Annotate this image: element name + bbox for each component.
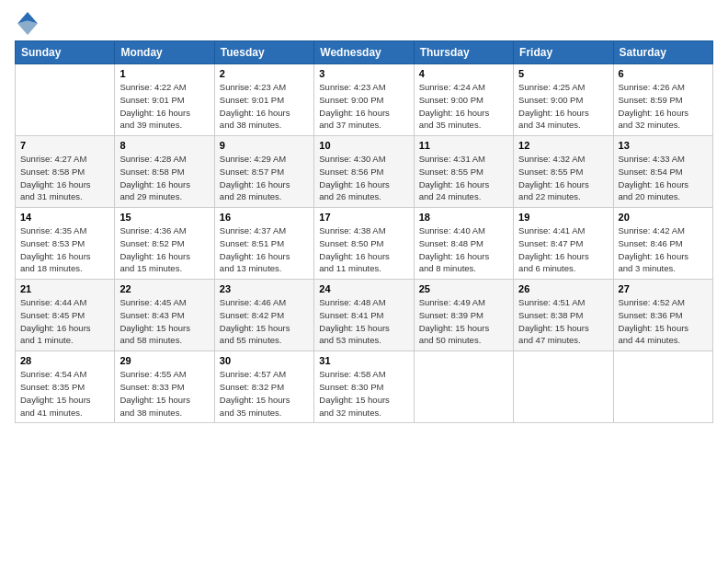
day-cell-w4-d6: 26Sunrise: 4:51 AMSunset: 8:38 PMDayligh… — [514, 280, 613, 351]
day-info: Sunrise: 4:28 AMSunset: 8:58 PMDaylight:… — [119, 153, 209, 203]
day-info: Sunrise: 4:42 AMSunset: 8:46 PMDaylight:… — [619, 224, 708, 275]
day-cell-w2-d3: 9Sunrise: 4:29 AMSunset: 8:57 PMDaylight… — [214, 136, 313, 208]
day-cell-w3-d1: 14Sunrise: 4:35 AMSunset: 8:53 PMDayligh… — [16, 208, 115, 280]
day-cell-w1-d5: 4Sunrise: 4:24 AMSunset: 9:00 PMDaylight… — [414, 64, 513, 136]
day-number: 15 — [119, 212, 209, 223]
day-number: 10 — [319, 140, 408, 151]
day-number: 5 — [518, 68, 608, 79]
col-wednesday: Wednesday — [314, 41, 414, 64]
day-cell-w4-d7: 27Sunrise: 4:52 AMSunset: 8:36 PMDayligh… — [613, 280, 712, 351]
day-info: Sunrise: 4:32 AMSunset: 8:55 PMDaylight:… — [518, 153, 608, 203]
day-cell-w4-d2: 22Sunrise: 4:45 AMSunset: 8:43 PMDayligh… — [115, 280, 214, 351]
day-info: Sunrise: 4:54 AMSunset: 8:35 PMDaylight:… — [20, 368, 109, 419]
day-info: Sunrise: 4:23 AMSunset: 9:01 PMDaylight:… — [220, 81, 309, 132]
day-cell-w4-d5: 25Sunrise: 4:49 AMSunset: 8:39 PMDayligh… — [414, 280, 513, 351]
day-info: Sunrise: 4:37 AMSunset: 8:51 PMDaylight:… — [220, 224, 309, 275]
day-number: 24 — [319, 283, 408, 294]
col-monday: Monday — [115, 41, 214, 64]
day-cell-w3-d7: 20Sunrise: 4:42 AMSunset: 8:46 PMDayligh… — [613, 208, 712, 280]
day-number: 12 — [518, 140, 608, 151]
day-number: 8 — [119, 140, 209, 151]
week-row-1: 1Sunrise: 4:22 AMSunset: 9:01 PMDaylight… — [16, 64, 713, 136]
week-row-3: 14Sunrise: 4:35 AMSunset: 8:53 PMDayligh… — [16, 208, 713, 280]
day-cell-w2-d7: 13Sunrise: 4:33 AMSunset: 8:54 PMDayligh… — [613, 136, 712, 208]
day-cell-w3-d2: 15Sunrise: 4:36 AMSunset: 8:52 PMDayligh… — [115, 208, 214, 280]
day-cell-w4-d4: 24Sunrise: 4:48 AMSunset: 8:41 PMDayligh… — [314, 280, 414, 351]
day-info: Sunrise: 4:51 AMSunset: 8:38 PMDaylight:… — [518, 296, 608, 347]
day-cell-w1-d4: 3Sunrise: 4:23 AMSunset: 9:00 PMDaylight… — [314, 64, 414, 136]
day-info: Sunrise: 4:40 AMSunset: 8:48 PMDaylight:… — [419, 224, 508, 275]
day-info: Sunrise: 4:38 AMSunset: 8:50 PMDaylight:… — [319, 224, 408, 275]
day-cell-w5-d5 — [414, 351, 513, 423]
svg-marker-1 — [17, 20, 38, 35]
day-cell-w5-d3: 30Sunrise: 4:57 AMSunset: 8:32 PMDayligh… — [214, 351, 313, 423]
day-info: Sunrise: 4:31 AMSunset: 8:55 PMDaylight:… — [419, 153, 508, 203]
day-number: 7 — [20, 140, 109, 151]
day-info: Sunrise: 4:26 AMSunset: 8:59 PMDaylight:… — [619, 81, 708, 132]
day-info: Sunrise: 4:35 AMSunset: 8:53 PMDaylight:… — [20, 224, 109, 275]
col-tuesday: Tuesday — [214, 41, 313, 64]
day-info: Sunrise: 4:45 AMSunset: 8:43 PMDaylight:… — [119, 296, 209, 347]
day-number: 27 — [619, 283, 708, 294]
day-number: 11 — [419, 140, 508, 151]
day-info: Sunrise: 4:55 AMSunset: 8:33 PMDaylight:… — [119, 368, 209, 419]
day-info: Sunrise: 4:25 AMSunset: 9:00 PMDaylight:… — [518, 81, 608, 132]
day-info: Sunrise: 4:24 AMSunset: 9:00 PMDaylight:… — [419, 81, 508, 132]
day-number: 28 — [20, 355, 109, 366]
day-info: Sunrise: 4:46 AMSunset: 8:42 PMDaylight:… — [220, 296, 309, 347]
day-info: Sunrise: 4:57 AMSunset: 8:32 PMDaylight:… — [220, 368, 309, 419]
col-sunday: Sunday — [16, 41, 115, 64]
day-cell-w1-d2: 1Sunrise: 4:22 AMSunset: 9:01 PMDaylight… — [115, 64, 214, 136]
day-cell-w3-d4: 17Sunrise: 4:38 AMSunset: 8:50 PMDayligh… — [314, 208, 414, 280]
day-number: 9 — [220, 140, 309, 151]
calendar-table: Sunday Monday Tuesday Wednesday Thursday… — [15, 40, 713, 423]
day-cell-w2-d1: 7Sunrise: 4:27 AMSunset: 8:58 PMDaylight… — [16, 136, 115, 208]
day-cell-w5-d2: 29Sunrise: 4:55 AMSunset: 8:33 PMDayligh… — [115, 351, 214, 423]
day-number: 29 — [119, 355, 209, 366]
day-cell-w1-d6: 5Sunrise: 4:25 AMSunset: 9:00 PMDaylight… — [514, 64, 613, 136]
day-cell-w3-d5: 18Sunrise: 4:40 AMSunset: 8:48 PMDayligh… — [414, 208, 513, 280]
day-number: 25 — [419, 283, 508, 294]
week-row-4: 21Sunrise: 4:44 AMSunset: 8:45 PMDayligh… — [16, 280, 713, 351]
day-info: Sunrise: 4:48 AMSunset: 8:41 PMDaylight:… — [319, 296, 408, 347]
day-cell-w2-d4: 10Sunrise: 4:30 AMSunset: 8:56 PMDayligh… — [314, 136, 414, 208]
day-number: 20 — [619, 212, 708, 223]
col-thursday: Thursday — [414, 41, 513, 64]
day-cell-w1-d3: 2Sunrise: 4:23 AMSunset: 9:01 PMDaylight… — [214, 64, 313, 136]
day-cell-w5-d7 — [613, 351, 712, 423]
day-cell-w2-d5: 11Sunrise: 4:31 AMSunset: 8:55 PMDayligh… — [414, 136, 513, 208]
col-saturday: Saturday — [613, 41, 712, 64]
day-info: Sunrise: 4:44 AMSunset: 8:45 PMDaylight:… — [20, 296, 109, 347]
day-info: Sunrise: 4:22 AMSunset: 9:01 PMDaylight:… — [119, 81, 209, 132]
day-number: 4 — [419, 68, 508, 79]
day-info: Sunrise: 4:52 AMSunset: 8:36 PMDaylight:… — [619, 296, 708, 347]
week-row-5: 28Sunrise: 4:54 AMSunset: 8:35 PMDayligh… — [16, 351, 713, 423]
day-number: 14 — [20, 212, 109, 223]
day-cell-w4-d3: 23Sunrise: 4:46 AMSunset: 8:42 PMDayligh… — [214, 280, 313, 351]
day-number: 23 — [220, 283, 309, 294]
calendar-header-row: Sunday Monday Tuesday Wednesday Thursday… — [16, 41, 713, 64]
page: Sunday Monday Tuesday Wednesday Thursday… — [0, 0, 728, 563]
day-number: 30 — [220, 355, 309, 366]
logo-icon — [15, 9, 40, 35]
day-number: 21 — [20, 283, 109, 294]
day-cell-w2-d6: 12Sunrise: 4:32 AMSunset: 8:55 PMDayligh… — [514, 136, 613, 208]
day-info: Sunrise: 4:29 AMSunset: 8:57 PMDaylight:… — [220, 153, 309, 203]
day-info: Sunrise: 4:41 AMSunset: 8:47 PMDaylight:… — [518, 224, 608, 275]
day-cell-w3-d3: 16Sunrise: 4:37 AMSunset: 8:51 PMDayligh… — [214, 208, 313, 280]
day-info: Sunrise: 4:49 AMSunset: 8:39 PMDaylight:… — [419, 296, 508, 347]
day-info: Sunrise: 4:33 AMSunset: 8:54 PMDaylight:… — [619, 153, 708, 203]
day-cell-w5-d6 — [514, 351, 613, 423]
day-number: 3 — [319, 68, 408, 79]
day-info: Sunrise: 4:58 AMSunset: 8:30 PMDaylight:… — [319, 368, 408, 419]
day-number: 31 — [319, 355, 408, 366]
day-info: Sunrise: 4:36 AMSunset: 8:52 PMDaylight:… — [119, 224, 209, 275]
day-cell-w4-d1: 21Sunrise: 4:44 AMSunset: 8:45 PMDayligh… — [16, 280, 115, 351]
day-cell-w1-d1 — [16, 64, 115, 136]
logo — [15, 9, 44, 35]
day-cell-w3-d6: 19Sunrise: 4:41 AMSunset: 8:47 PMDayligh… — [514, 208, 613, 280]
day-cell-w1-d7: 6Sunrise: 4:26 AMSunset: 8:59 PMDaylight… — [613, 64, 712, 136]
day-number: 16 — [220, 212, 309, 223]
header — [15, 9, 713, 35]
day-number: 13 — [619, 140, 708, 151]
